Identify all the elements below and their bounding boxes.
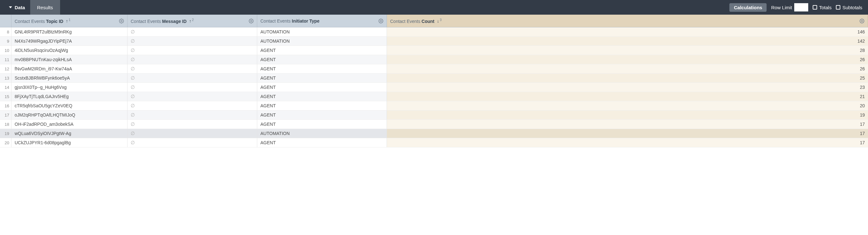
cell-topic-id[interactable]: wQLua6VDSyiOIVJPgtW-Ag (11, 129, 127, 138)
null-icon: ∅ (131, 29, 135, 35)
row-number: 11 (0, 55, 11, 64)
cell-topic-id[interactable]: 4iDLN5usRsqciruOzAqjWg (11, 46, 127, 55)
cell-message-id[interactable]: ∅ (127, 36, 257, 46)
cell-initiator-type[interactable]: AUTOMATION (257, 36, 387, 46)
cell-count[interactable]: 17 (387, 138, 868, 148)
calculations-button[interactable]: Calculations (730, 3, 767, 12)
column-header-label: Contact Events Count ↓3 (390, 18, 442, 24)
cell-message-id[interactable]: ∅ (127, 27, 257, 36)
cell-topic-id[interactable]: oJM2qRHPTqOAfLHQTMIJoQ (11, 110, 127, 120)
column-header-label: Contact Events Initiator Type (260, 19, 319, 24)
cell-count[interactable]: 21 (387, 92, 868, 101)
null-icon: ∅ (131, 131, 135, 136)
cell-initiator-type[interactable]: AGENT (257, 92, 387, 101)
cell-initiator-type[interactable]: AGENT (257, 83, 387, 92)
cell-initiator-type[interactable]: AUTOMATION (257, 129, 387, 138)
null-icon: ∅ (131, 66, 135, 72)
cell-topic-id[interactable]: cTR5qfrbSaOU5gcYZeV0EQ (11, 101, 127, 110)
null-icon: ∅ (131, 84, 135, 90)
cell-message-id[interactable]: ∅ (127, 110, 257, 120)
cell-initiator-type[interactable]: AGENT (257, 120, 387, 129)
gear-icon[interactable] (249, 19, 254, 24)
column-header[interactable]: Contact Events Initiator Type (257, 15, 387, 27)
cell-topic-id[interactable]: fNvGwM2IRDm_i97-Kw74aA (11, 64, 127, 74)
cell-count[interactable]: 146 (387, 27, 868, 36)
cell-count[interactable]: 20 (387, 101, 868, 110)
cell-initiator-type[interactable]: AGENT (257, 46, 387, 55)
null-icon: ∅ (131, 140, 135, 146)
cell-message-id[interactable]: ∅ (127, 46, 257, 55)
cell-count[interactable]: 17 (387, 129, 868, 138)
column-header[interactable]: Contact Events Count ↓3 (387, 15, 868, 27)
row-number: 17 (0, 110, 11, 120)
cell-count[interactable]: 28 (387, 46, 868, 55)
cell-message-id[interactable]: ∅ (127, 101, 257, 110)
cell-count[interactable]: 142 (387, 36, 868, 46)
gear-icon[interactable] (378, 19, 383, 24)
cell-topic-id[interactable]: gjsn3IX0Tp--g_HuHg6Vxg (11, 83, 127, 92)
toolbar-left: Data Results (0, 0, 60, 15)
checkbox-icon (813, 5, 817, 9)
null-icon: ∅ (131, 112, 135, 118)
cell-initiator-type[interactable]: AUTOMATION (257, 27, 387, 36)
row-number: 16 (0, 101, 11, 110)
cell-initiator-type[interactable]: AGENT (257, 74, 387, 83)
cell-message-id[interactable]: ∅ (127, 138, 257, 148)
tab-results[interactable]: Results (30, 0, 60, 15)
null-icon: ∅ (131, 57, 135, 62)
subtotals-checkbox[interactable]: Subtotals (836, 5, 862, 10)
row-number: 15 (0, 92, 11, 101)
cell-initiator-type[interactable]: AGENT (257, 55, 387, 64)
cell-count[interactable]: 19 (387, 110, 868, 120)
cell-topic-id[interactable]: ScstxBJBRlWBFynk6oe5yA (11, 74, 127, 83)
totals-checkbox[interactable]: Totals (813, 5, 831, 10)
row-number: 8 (0, 27, 11, 36)
data-label: Data (14, 5, 25, 10)
svg-point-1 (251, 20, 252, 22)
cell-count[interactable]: 23 (387, 83, 868, 92)
null-icon: ∅ (131, 94, 135, 99)
cell-topic-id[interactable]: N4Xs749WRgagJDYipPEj7A (11, 36, 127, 46)
cell-message-id[interactable]: ∅ (127, 129, 257, 138)
row-limit-input[interactable] (794, 3, 808, 11)
checkbox-icon (836, 5, 840, 9)
cell-message-id[interactable]: ∅ (127, 64, 257, 74)
cell-initiator-type[interactable]: AGENT (257, 64, 387, 74)
cell-topic-id[interactable]: UCkZUJPYR1-6d08pgaglBg (11, 138, 127, 148)
cell-initiator-type[interactable]: AGENT (257, 138, 387, 148)
column-header[interactable]: Contact Events Topic ID ↑1 (11, 15, 127, 27)
cell-message-id[interactable]: ∅ (127, 83, 257, 92)
data-section-toggle[interactable]: Data (0, 0, 30, 15)
cell-topic-id[interactable]: OH-iF2adRPOD_am3obekSA (11, 120, 127, 129)
cell-initiator-type[interactable]: AGENT (257, 110, 387, 120)
row-number: 9 (0, 36, 11, 46)
svg-point-2 (380, 20, 381, 22)
toolbar-right: Calculations Row Limit Totals Subtotals (730, 0, 862, 15)
gear-icon[interactable] (860, 19, 865, 24)
svg-point-0 (121, 20, 122, 22)
null-icon: ∅ (131, 121, 135, 127)
cell-count[interactable]: 26 (387, 55, 868, 64)
null-icon: ∅ (131, 103, 135, 109)
cell-initiator-type[interactable]: AGENT (257, 101, 387, 110)
cell-message-id[interactable]: ∅ (127, 92, 257, 101)
cell-topic-id[interactable]: mv0BBPNUTnKau-zqikHLsA (11, 55, 127, 64)
cell-topic-id[interactable]: GNL4tR9PRT2ulBtzM9nRKg (11, 27, 127, 36)
row-number: 19 (0, 129, 11, 138)
cell-message-id[interactable]: ∅ (127, 120, 257, 129)
cell-count[interactable]: 25 (387, 74, 868, 83)
row-number: 13 (0, 74, 11, 83)
svg-point-3 (861, 20, 863, 22)
cell-count[interactable]: 26 (387, 64, 868, 74)
cell-message-id[interactable]: ∅ (127, 55, 257, 64)
cell-count[interactable]: 17 (387, 120, 868, 129)
cell-message-id[interactable]: ∅ (127, 74, 257, 83)
column-header[interactable]: Contact Events Message ID ↑2 (127, 15, 257, 27)
cell-topic-id[interactable]: 8FjXAyTjTLqdLGAJrv5HEg (11, 92, 127, 101)
row-limit-label: Row Limit (771, 5, 792, 10)
column-header-label: Contact Events Topic ID ↑1 (14, 18, 70, 24)
row-number: 12 (0, 64, 11, 74)
null-icon: ∅ (131, 38, 135, 44)
gear-icon[interactable] (119, 19, 124, 24)
row-number: 20 (0, 138, 11, 148)
